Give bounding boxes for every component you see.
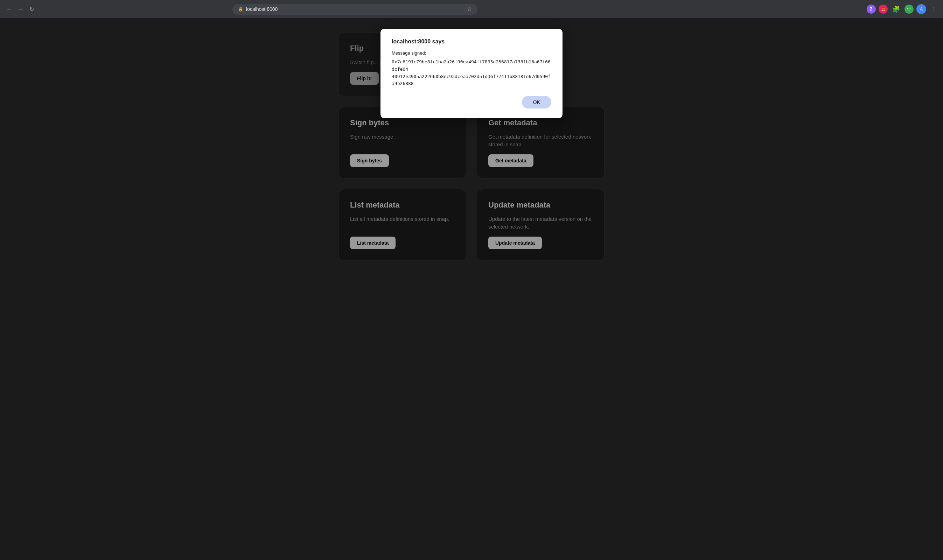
address-bar[interactable]: 🔒 localhost:8000 ☆ bbox=[232, 4, 477, 15]
browser-chrome: ← → ↻ 🔒 localhost:8000 ☆ Z 🦊 🧩 🛡 A ⋮ bbox=[0, 0, 943, 18]
address-text: localhost:8000 bbox=[246, 6, 464, 12]
dialog: localhost:8000 says Message signed: 0x7c… bbox=[380, 29, 563, 118]
profile-icon[interactable]: A bbox=[917, 4, 926, 14]
dialog-label: Message signed: bbox=[392, 51, 551, 55]
dialog-overlay: localhost:8000 says Message signed: 0x7c… bbox=[0, 18, 943, 560]
dialog-message: 0x7c6191c79be8fc1ba2a26f90ea494ff7895d25… bbox=[392, 58, 551, 88]
more-menu-button[interactable]: ⋮ bbox=[929, 4, 939, 14]
extension-icon-2[interactable]: 🦊 bbox=[878, 5, 888, 14]
browser-actions: Z 🦊 🧩 🛡 A ⋮ bbox=[867, 3, 939, 15]
security-icon: 🔒 bbox=[238, 7, 243, 12]
refresh-button[interactable]: ↻ bbox=[26, 4, 36, 14]
dialog-actions: OK bbox=[392, 96, 551, 109]
nav-buttons: ← → ↻ bbox=[4, 4, 36, 14]
dialog-title: localhost:8000 says bbox=[392, 38, 551, 45]
dialog-ok-button[interactable]: OK bbox=[522, 96, 551, 109]
extension-icon-3[interactable]: 🛡 bbox=[905, 5, 914, 14]
bookmark-icon[interactable]: ☆ bbox=[467, 6, 472, 12]
extension-icon-1[interactable]: Z bbox=[867, 5, 876, 14]
back-button[interactable]: ← bbox=[4, 4, 14, 14]
forward-button[interactable]: → bbox=[15, 4, 25, 14]
page-content: Flip Switch flip... per. Flip it! Sign b… bbox=[0, 18, 943, 560]
puzzle-icon[interactable]: 🧩 bbox=[891, 3, 902, 15]
